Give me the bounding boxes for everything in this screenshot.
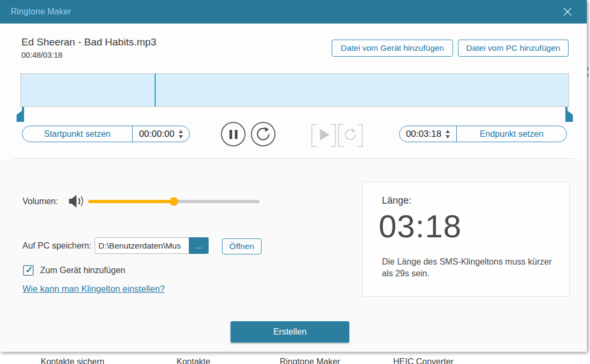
- close-button[interactable]: [556, 0, 579, 24]
- background-window-strip: Kontakte sichern Kontakte Ringtone Maker…: [0, 352, 590, 364]
- background-nav-kontakte: Kontakte: [177, 357, 210, 364]
- background-edge-line: [588, 0, 588, 352]
- set-start-point-button[interactable]: Startpunkt setzen: [22, 126, 132, 142]
- background-edge-dashes: [587, 67, 588, 77]
- browse-button[interactable]: …: [189, 237, 209, 254]
- song-title: Ed Sheeran - Bad Habits.mp3: [21, 36, 156, 48]
- add-to-device-checkbox[interactable]: ✓: [23, 265, 34, 276]
- spinner-down-icon[interactable]: [179, 135, 183, 138]
- add-file-from-pc-button[interactable]: Datei vom PC hinzufügen: [458, 40, 569, 57]
- create-button[interactable]: Erstellen: [231, 321, 349, 343]
- checkmark-icon: ✓: [25, 264, 33, 276]
- volume-label: Volumen:: [22, 197, 58, 206]
- start-time-stepper[interactable]: [179, 130, 183, 138]
- end-time-stepper[interactable]: [446, 130, 450, 138]
- end-time-spinner[interactable]: 00:03:18: [400, 126, 457, 142]
- repeat-icon: [255, 126, 271, 142]
- ringtone-maker-dialog: Ringtone Maker Ed Sheeran - Bad Habits.m…: [0, 0, 587, 352]
- preview-play-button-disabled[interactable]: [311, 124, 336, 145]
- spinner-down-icon[interactable]: [446, 135, 450, 138]
- pause-button[interactable]: [221, 122, 246, 146]
- waveform-area[interactable]: [20, 73, 569, 107]
- end-time-value[interactable]: 00:03:18: [406, 129, 441, 140]
- repeat-disabled-icon: [343, 128, 357, 142]
- end-point-control: 00:03:18 Endpunkt setzen: [399, 126, 567, 142]
- volume-thumb[interactable]: [170, 197, 178, 206]
- spinner-up-icon[interactable]: [446, 130, 450, 133]
- playhead: [155, 74, 156, 106]
- play-icon: [320, 129, 330, 141]
- close-icon: [562, 6, 573, 17]
- length-label: Länge:: [382, 195, 411, 206]
- background-nav-ringtone-maker: Ringtone Maker: [280, 357, 340, 364]
- start-point-control: Startpunkt setzen 00:00:00: [22, 126, 190, 142]
- save-to-pc-label: Auf PC speichern:: [22, 241, 91, 251]
- set-end-point-button[interactable]: Endpunkt setzen: [457, 126, 566, 142]
- length-hint: Die Länge des SMS-Klingeltons muss kürze…: [382, 256, 558, 280]
- repeat-button[interactable]: [251, 122, 275, 146]
- playback-time: 00:48/03:18: [21, 51, 63, 59]
- ringtone-help-link[interactable]: Wie kann man Klingelton einstellen?: [22, 284, 165, 294]
- trim-start-handle[interactable]: [17, 107, 24, 122]
- trim-end-handle[interactable]: [565, 107, 573, 122]
- volume-fill: [88, 200, 174, 203]
- background-nav-kontakte-sichern: Kontakte sichern: [41, 357, 104, 364]
- add-file-from-device-button[interactable]: Datei vom Gerät hinzufügen: [332, 40, 453, 57]
- preview-repeat-button-disabled[interactable]: [338, 124, 363, 145]
- pause-icon: [229, 130, 237, 139]
- length-value: 03:18: [379, 208, 462, 245]
- window-title: Ringtone Maker: [11, 0, 71, 24]
- volume-slider[interactable]: [88, 200, 259, 203]
- background-window-right-edge: [587, 0, 590, 352]
- start-time-value[interactable]: 00:00:00: [139, 129, 174, 140]
- speaker-icon: [68, 194, 86, 211]
- start-time-spinner[interactable]: 00:00:00: [132, 126, 189, 142]
- add-to-device-label[interactable]: Zum Gerät hinzufügen: [40, 266, 125, 275]
- length-panel: Länge: 03:18 Die Länge des SMS-Klingelto…: [362, 182, 570, 297]
- background-nav-heic-converter: HEIC Converter: [393, 357, 454, 364]
- open-folder-button[interactable]: Öffnen: [222, 238, 262, 254]
- titlebar: Ringtone Maker: [0, 0, 587, 24]
- save-path-input[interactable]: [95, 237, 189, 254]
- spinner-up-icon[interactable]: [179, 130, 183, 133]
